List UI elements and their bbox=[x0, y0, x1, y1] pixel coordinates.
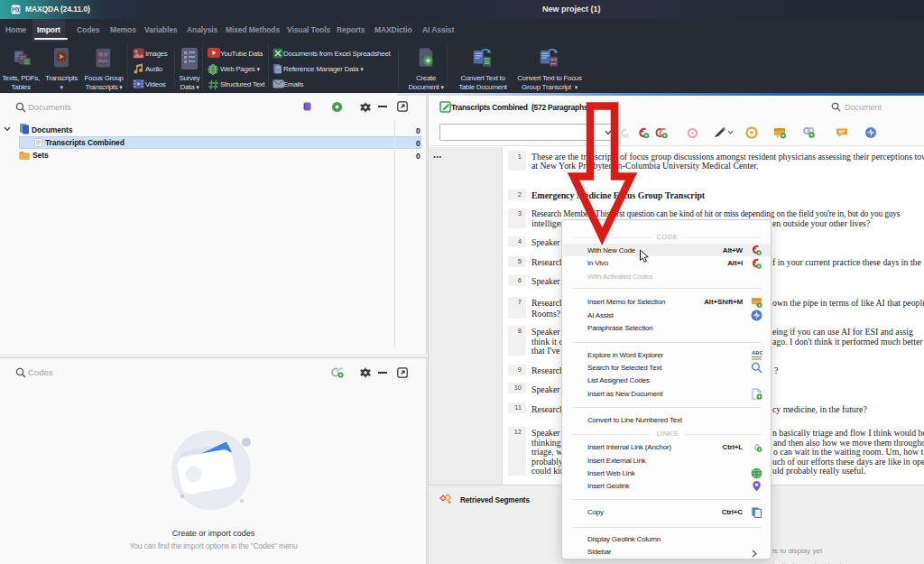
svg-text:ABC: ABC bbox=[752, 350, 762, 356]
